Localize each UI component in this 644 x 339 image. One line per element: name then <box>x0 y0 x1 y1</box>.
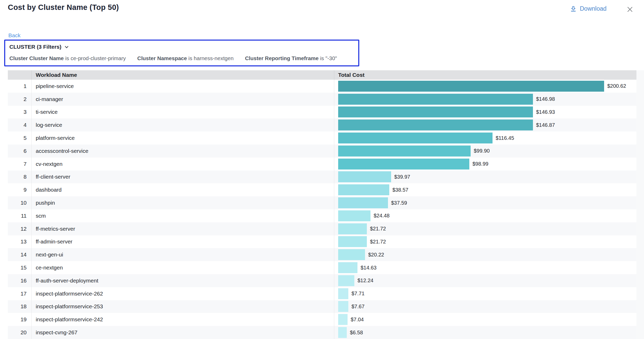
workload-name-cell: pushpin <box>31 196 334 209</box>
filter-group-toggle[interactable]: CLUSTER (3 Filters) <box>9 44 358 50</box>
workload-name-cell: ce-nextgen <box>31 261 334 274</box>
rank-cell: 2 <box>8 93 31 106</box>
total-cost-cell: $37.59 <box>334 196 636 209</box>
total-cost-cell: $6.58 <box>334 326 636 339</box>
table-row: 2ci-manager$146.98 <box>8 93 636 106</box>
page-title: Cost by Cluster Name (Top 50) <box>8 3 119 12</box>
close-icon[interactable] <box>626 6 634 13</box>
total-cost-cell: $7.67 <box>334 300 636 313</box>
workload-name-cell: inspect-platformservice-253 <box>31 300 334 313</box>
cost-value: $14.63 <box>361 265 376 271</box>
table-row: 14next-gen-ui$20.22 <box>8 248 636 261</box>
cost-value: $200.62 <box>607 83 626 89</box>
cost-value: $146.98 <box>536 96 555 102</box>
cost-value: $116.45 <box>496 135 514 141</box>
total-cost-cell: $200.62 <box>334 80 636 93</box>
rank-cell: 8 <box>8 171 31 184</box>
download-label: Download <box>580 5 606 12</box>
rank-cell: 4 <box>8 118 31 131</box>
total-cost-cell: $21.72 <box>334 222 636 235</box>
cost-value: $24.48 <box>374 213 390 219</box>
rank-column-header <box>8 70 31 80</box>
cost-value: $99.90 <box>474 148 490 154</box>
download-icon <box>570 5 577 12</box>
download-button[interactable]: Download <box>570 5 606 12</box>
total-cost-cell: $99.90 <box>334 145 636 158</box>
table-row: 6accesscontrol-service$99.90 <box>8 145 636 158</box>
total-cost-cell: $98.99 <box>334 158 636 171</box>
table-body: 1pipeline-service$200.622ci-manager$146.… <box>8 80 636 339</box>
filter-group-label: CLUSTER (3 Filters) <box>9 44 62 50</box>
workload-name-cell: log-service <box>31 118 334 131</box>
total-cost-cell: $39.97 <box>334 171 636 184</box>
cost-value: $146.93 <box>536 109 555 115</box>
cost-value: $21.72 <box>370 226 386 232</box>
table-row: 5platform-service$116.45 <box>8 131 636 145</box>
cost-value: $6.58 <box>350 330 363 336</box>
rank-cell: 17 <box>8 287 31 300</box>
total-cost-column-header: Total Cost <box>334 70 636 80</box>
filter-item: Cluster Cluster Name is ce-prod-cluster-… <box>9 55 126 61</box>
rank-cell: 12 <box>8 222 31 235</box>
total-cost-cell: $146.98 <box>334 93 636 106</box>
rank-cell: 13 <box>8 235 31 248</box>
workload-name-cell: scm <box>31 209 334 222</box>
chevron-down-icon <box>64 45 69 49</box>
workload-name-cell: ff-client-server <box>31 171 334 184</box>
back-link[interactable]: Back <box>8 32 21 39</box>
table-row: 3ti-service$146.93 <box>8 106 636 119</box>
workload-name-cell: inspect-cvng-267 <box>31 326 334 339</box>
cost-bar <box>338 94 533 105</box>
table-row: 7cv-nextgen$98.99 <box>8 158 636 171</box>
rank-cell: 5 <box>8 131 31 145</box>
total-cost-cell: $146.93 <box>334 106 636 119</box>
table-row: 10pushpin$37.59 <box>8 196 636 209</box>
table-row: 4log-service$146.87 <box>8 118 636 131</box>
table-row: 15ce-nextgen$14.63 <box>8 261 636 274</box>
cost-bar <box>338 314 348 325</box>
cost-bar <box>338 210 370 221</box>
total-cost-cell: $12.24 <box>334 274 636 287</box>
table-row: 20inspect-cvng-267$6.58 <box>8 326 636 339</box>
workload-name-cell: inspect-platformservice-242 <box>31 313 334 326</box>
total-cost-cell: $7.04 <box>334 313 636 326</box>
workload-name-cell: accesscontrol-service <box>31 145 334 158</box>
filter-panel: CLUSTER (3 Filters) Cluster Cluster Name… <box>4 40 359 66</box>
cost-bar <box>338 81 604 92</box>
cost-table: Workload Name Total Cost 1pipeline-servi… <box>8 70 636 339</box>
workload-name-cell: platform-service <box>31 131 334 145</box>
rank-cell: 7 <box>8 158 31 171</box>
workload-name-cell: ff-metrics-server <box>31 222 334 235</box>
cost-bar <box>338 106 533 117</box>
table-header: Workload Name Total Cost <box>8 70 636 80</box>
cost-bar <box>338 262 357 273</box>
cost-bar <box>338 171 391 182</box>
rank-cell: 11 <box>8 209 31 222</box>
table-row: 13ff-admin-server$21.72 <box>8 235 636 248</box>
rank-cell: 1 <box>8 80 31 93</box>
total-cost-cell: $24.48 <box>334 209 636 222</box>
cost-bar <box>338 236 367 247</box>
workload-name-cell: pipeline-service <box>31 80 334 93</box>
cost-bar <box>338 301 348 312</box>
cost-bar <box>338 223 367 234</box>
cost-bar <box>338 120 533 130</box>
cost-value: $98.99 <box>472 161 488 167</box>
cost-bar <box>338 327 347 338</box>
total-cost-cell: $38.57 <box>334 183 636 196</box>
workload-name-cell: ci-manager <box>31 93 334 106</box>
cost-value: $37.59 <box>391 200 407 206</box>
rank-cell: 16 <box>8 274 31 287</box>
workload-name-cell: inspect-platformservice-262 <box>31 287 334 300</box>
applied-filters: Cluster Cluster Name is ce-prod-cluster-… <box>9 55 358 61</box>
table-row: 8ff-client-server$39.97 <box>8 171 636 184</box>
rank-cell: 14 <box>8 248 31 261</box>
cost-value: $7.71 <box>351 291 364 297</box>
workload-name-cell: ti-service <box>31 106 334 119</box>
filter-item: Cluster Reporting Timeframe is "-30" <box>245 55 337 61</box>
cost-value: $20.22 <box>368 252 384 258</box>
cost-value: $12.24 <box>357 278 373 284</box>
cost-value: $7.04 <box>351 317 364 323</box>
cost-bar <box>338 146 471 156</box>
rank-cell: 10 <box>8 196 31 209</box>
